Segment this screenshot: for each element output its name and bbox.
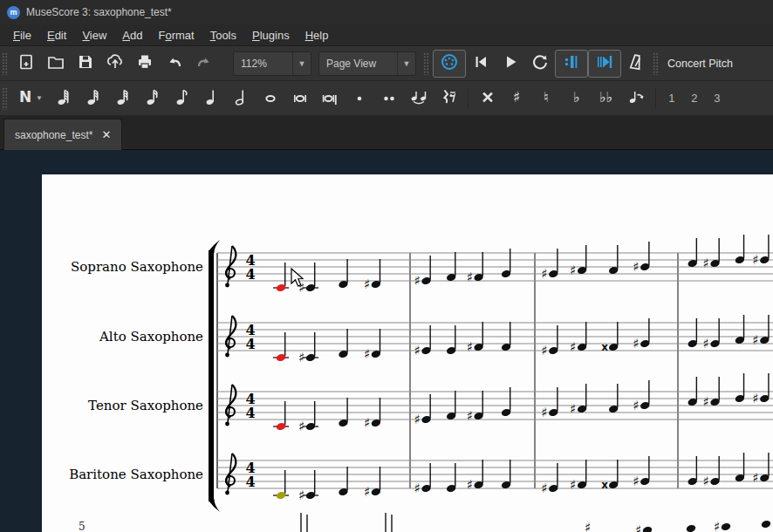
double-sharp-icon bbox=[478, 87, 497, 110]
menu-bar: FileEditViewAddFormatToolsPluginsHelp bbox=[0, 24, 773, 46]
note-input-chevron-icon[interactable]: ▼ bbox=[36, 94, 43, 102]
play-repeats-button[interactable] bbox=[555, 50, 588, 78]
menu-add[interactable]: Add bbox=[114, 27, 150, 44]
rewind-button[interactable] bbox=[466, 50, 496, 78]
flat-button[interactable]: ♭ bbox=[562, 85, 592, 113]
svg-text:♯: ♯ bbox=[364, 276, 370, 292]
metronome-icon bbox=[626, 52, 646, 75]
zoom-value: 112% bbox=[234, 58, 292, 70]
metronome-button[interactable] bbox=[621, 50, 651, 78]
redo-button[interactable] bbox=[189, 50, 219, 78]
voice-3-button[interactable]: 3 bbox=[706, 92, 729, 105]
open-file-button[interactable] bbox=[41, 50, 71, 78]
note-8th-button[interactable] bbox=[167, 85, 196, 113]
menu-view[interactable]: View bbox=[74, 27, 114, 44]
natural-button[interactable]: ♮ bbox=[532, 85, 562, 113]
menu-edit[interactable]: Edit bbox=[39, 27, 74, 44]
rest-icon bbox=[437, 87, 460, 110]
note-half-icon bbox=[231, 87, 250, 110]
score-page[interactable]: Soprano Saxophone44♯♯♯♯♯♯♯♯♯Alto Saxopho… bbox=[0, 150, 773, 532]
menu-tools[interactable]: Tools bbox=[202, 27, 244, 44]
svg-text:♯: ♯ bbox=[541, 266, 547, 282]
save-icon bbox=[76, 52, 95, 75]
note-quarter-button[interactable] bbox=[196, 85, 226, 113]
note-16th-button[interactable] bbox=[137, 85, 167, 113]
double-sharp-button[interactable] bbox=[473, 85, 503, 113]
undo-button[interactable] bbox=[160, 50, 189, 78]
flip-direction-button[interactable] bbox=[621, 85, 651, 113]
toolbar-grip[interactable] bbox=[2, 87, 8, 110]
svg-text:♯: ♯ bbox=[703, 394, 709, 410]
note-breve-button[interactable] bbox=[285, 85, 315, 113]
double-augmentation-dot-button[interactable] bbox=[374, 85, 404, 113]
double-flat-button[interactable]: ♭♭ bbox=[592, 85, 621, 113]
svg-text:♯: ♯ bbox=[570, 263, 576, 278]
toolbar-grip[interactable] bbox=[423, 52, 429, 75]
note-input-icon: N bbox=[16, 87, 37, 110]
svg-text:♯: ♯ bbox=[414, 412, 421, 427]
svg-text:♯: ♯ bbox=[467, 269, 473, 285]
pan-score-button[interactable] bbox=[588, 50, 621, 78]
play-button[interactable] bbox=[496, 50, 525, 78]
redo-icon bbox=[195, 52, 214, 75]
save-online-button[interactable] bbox=[100, 50, 130, 78]
tie-button[interactable] bbox=[404, 85, 434, 113]
note-half-button[interactable] bbox=[226, 85, 256, 113]
note-32nd-button[interactable] bbox=[107, 85, 137, 113]
score-tab[interactable]: saxophone_test* ✕ bbox=[3, 119, 122, 150]
chevron-down-icon[interactable]: ▼ bbox=[397, 52, 415, 75]
note-whole-button[interactable] bbox=[256, 85, 285, 113]
new-score-button[interactable] bbox=[11, 50, 41, 78]
svg-text:♯: ♯ bbox=[633, 474, 639, 489]
save-button[interactable] bbox=[71, 50, 100, 78]
chevron-down-icon[interactable]: ▼ bbox=[292, 52, 311, 75]
svg-text:♭♭: ♭♭ bbox=[599, 88, 612, 105]
menu-format[interactable]: Format bbox=[150, 27, 202, 44]
augmentation-dot-icon bbox=[350, 87, 369, 110]
tab-close-icon[interactable]: ✕ bbox=[101, 128, 111, 141]
svg-text:4: 4 bbox=[245, 405, 255, 421]
svg-text:♯: ♯ bbox=[585, 520, 591, 532]
svg-text:♯: ♯ bbox=[570, 477, 576, 493]
voice-1-button[interactable]: 1 bbox=[660, 92, 683, 105]
voice-2-button[interactable]: 2 bbox=[683, 92, 706, 105]
menu-file[interactable]: File bbox=[5, 27, 39, 44]
midi-input-button[interactable] bbox=[433, 50, 466, 78]
svg-text:♯: ♯ bbox=[570, 401, 576, 417]
loop-playback-icon bbox=[530, 52, 550, 75]
note-longa-button[interactable] bbox=[315, 85, 345, 113]
toolbar-grip[interactable] bbox=[2, 52, 8, 75]
svg-text:5: 5 bbox=[79, 521, 86, 532]
svg-text:Tenor Saxophone: Tenor Saxophone bbox=[88, 398, 203, 413]
view-mode-combobox[interactable]: Page View▼ bbox=[318, 51, 416, 76]
svg-text:♯: ♯ bbox=[570, 339, 576, 355]
play-repeats-icon bbox=[562, 52, 581, 75]
svg-text:♯: ♯ bbox=[633, 259, 639, 275]
loop-playback-button[interactable] bbox=[525, 50, 555, 78]
double-augmentation-dot-icon bbox=[380, 87, 399, 110]
svg-text:♯: ♯ bbox=[298, 419, 304, 434]
score-tab-label: saxophone_test* bbox=[15, 129, 92, 141]
svg-text:Soprano Saxophone: Soprano Saxophone bbox=[71, 259, 203, 275]
svg-text:♯: ♯ bbox=[541, 343, 547, 358]
score-canvas[interactable]: Soprano Saxophone44♯♯♯♯♯♯♯♯♯Alto Saxopho… bbox=[0, 150, 773, 532]
svg-text:♯: ♯ bbox=[364, 484, 370, 500]
print-button[interactable] bbox=[130, 50, 160, 78]
rest-button[interactable] bbox=[434, 85, 463, 113]
zoom-combobox[interactable]: 112%▼ bbox=[233, 51, 311, 76]
play-icon bbox=[501, 52, 520, 75]
menu-plugins[interactable]: Plugins bbox=[244, 27, 298, 44]
svg-text:♯: ♯ bbox=[703, 336, 709, 351]
svg-text:♯: ♯ bbox=[752, 391, 758, 406]
svg-text:♯: ♯ bbox=[513, 88, 520, 106]
note-8th-icon bbox=[172, 87, 191, 110]
svg-text:4: 4 bbox=[245, 474, 255, 490]
menu-help[interactable]: Help bbox=[298, 27, 337, 44]
sharp-button[interactable]: ♯ bbox=[503, 85, 532, 113]
score-tab-bar: saxophone_test* ✕ bbox=[0, 116, 773, 150]
toolbar-grip[interactable] bbox=[653, 52, 659, 75]
note-128th-button[interactable] bbox=[48, 85, 78, 113]
note-64th-button[interactable] bbox=[78, 85, 107, 113]
augmentation-dot-button[interactable] bbox=[345, 85, 374, 113]
open-file-icon bbox=[46, 52, 65, 75]
